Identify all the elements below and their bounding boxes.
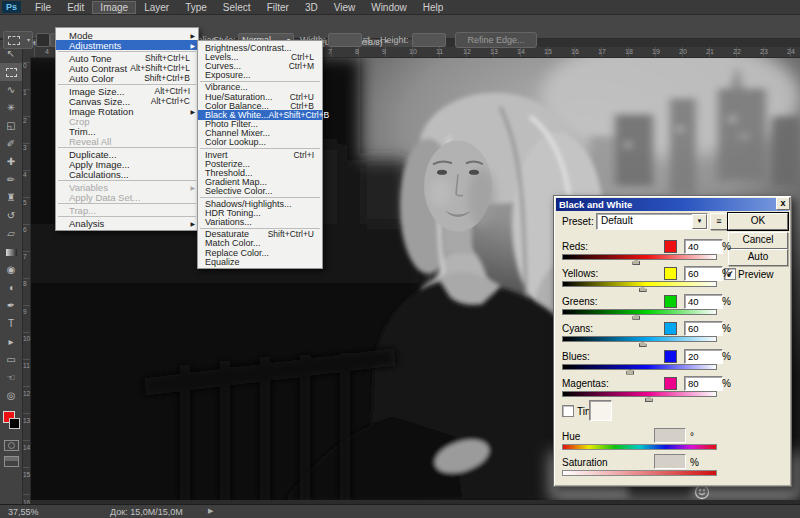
cyans-value-input[interactable]: 60 bbox=[684, 321, 723, 336]
reds-value-input[interactable]: 40 bbox=[684, 239, 723, 254]
menu-help[interactable]: Help bbox=[415, 1, 452, 14]
image-menu-item-apply-data-set[interactable]: Apply Data Set... bbox=[56, 192, 198, 202]
lasso-tool[interactable]: ∿ bbox=[0, 81, 22, 99]
saturation-gradient-bar bbox=[562, 470, 717, 476]
image-menu-item-auto-color[interactable]: Auto ColorShift+Ctrl+B bbox=[56, 73, 198, 83]
menu-filter[interactable]: Filter bbox=[259, 1, 297, 14]
magentas-label: Magentas: bbox=[562, 378, 609, 389]
clone-stamp-tool[interactable]: ♜ bbox=[0, 189, 22, 207]
tint-checkbox[interactable] bbox=[562, 405, 574, 417]
adjustments-menu-item-selective-color[interactable]: Selective Color... bbox=[198, 187, 322, 196]
cyans-slider-thumb[interactable] bbox=[639, 341, 647, 347]
adjustments-menu-item-variations[interactable]: Variations... bbox=[198, 217, 322, 226]
yellows-slider-track[interactable] bbox=[562, 281, 717, 287]
refine-edge-button[interactable]: Refine Edge... bbox=[455, 32, 537, 48]
reds-color-swatch[interactable] bbox=[664, 240, 677, 253]
eraser-tool[interactable]: ▱ bbox=[0, 225, 22, 243]
image-menu-item-trap[interactable]: Trap... bbox=[56, 205, 198, 215]
zoom-tool[interactable]: ◎ bbox=[0, 387, 22, 405]
quick-selection-tool[interactable]: ✳ bbox=[0, 99, 22, 117]
blues-slider-thumb[interactable] bbox=[626, 369, 634, 375]
healing-brush-tool[interactable]: ✚ bbox=[0, 153, 22, 171]
crop-tool[interactable]: ◱ bbox=[0, 117, 22, 135]
new-selection-button[interactable] bbox=[36, 33, 50, 47]
menu-view[interactable]: View bbox=[326, 1, 364, 14]
magentas-slider-thumb[interactable] bbox=[645, 396, 653, 402]
eyedropper-tool[interactable]: ✐ bbox=[0, 135, 22, 153]
blues-slider-track[interactable] bbox=[562, 364, 717, 370]
cyans-slider-track[interactable] bbox=[562, 336, 717, 342]
image-menu-item-apply-image[interactable]: Apply Image... bbox=[56, 159, 198, 169]
image-menu-item-auto-tone[interactable]: Auto ToneShift+Ctrl+L bbox=[56, 53, 198, 63]
yellows-color-swatch[interactable] bbox=[664, 267, 677, 280]
image-menu-item-duplicate[interactable]: Duplicate... bbox=[56, 149, 198, 159]
image-menu-item-analysis[interactable]: Analysis▶ bbox=[56, 218, 198, 228]
image-menu-item-image-rotation[interactable]: Image Rotation▶ bbox=[56, 106, 198, 116]
menu-select[interactable]: Select bbox=[215, 1, 259, 14]
screen-mode-button[interactable] bbox=[4, 456, 19, 467]
blur-tool[interactable]: ◉ bbox=[0, 261, 22, 279]
image-menu-item-variables[interactable]: Variables▶ bbox=[56, 182, 198, 192]
pen-tool[interactable]: ✒ bbox=[0, 297, 22, 315]
brush-tool[interactable]: ✏ bbox=[0, 171, 22, 189]
menu-type[interactable]: Type bbox=[177, 1, 215, 14]
menu-layer[interactable]: Layer bbox=[136, 1, 177, 14]
magentas-color-swatch[interactable] bbox=[664, 377, 677, 390]
menu-item-label: Variations... bbox=[198, 217, 314, 227]
image-menu-item-adjustments[interactable]: Adjustments▶ bbox=[56, 40, 198, 50]
menu-file[interactable]: File bbox=[27, 1, 59, 14]
hand-tool[interactable]: ☜ bbox=[0, 369, 22, 387]
ruler-number: 16 bbox=[571, 48, 579, 55]
image-menu-item-auto-contrast[interactable]: Auto ContrastAlt+Shift+Ctrl+L bbox=[56, 63, 198, 73]
height-input[interactable] bbox=[412, 33, 446, 47]
greens-value-input[interactable]: 40 bbox=[684, 294, 723, 309]
reds-slider-track[interactable] bbox=[562, 254, 717, 260]
quick-mask-button[interactable] bbox=[4, 440, 19, 451]
shape-tool[interactable]: ▭ bbox=[0, 351, 22, 369]
menu-edit[interactable]: Edit bbox=[59, 1, 92, 14]
image-menu-item-canvas-size[interactable]: Canvas Size...Alt+Ctrl+C bbox=[56, 96, 198, 106]
yellows-value-input[interactable]: 60 bbox=[684, 266, 723, 281]
image-menu-item-mode[interactable]: Mode▶ bbox=[56, 30, 198, 40]
image-menu-item-image-size[interactable]: Image Size...Alt+Ctrl+I bbox=[56, 86, 198, 96]
tool-preset-picker[interactable]: ▾ bbox=[3, 31, 33, 49]
status-menu-arrow-icon[interactable]: ▶ bbox=[208, 507, 213, 515]
greens-slider-track[interactable] bbox=[562, 309, 717, 315]
menu-image[interactable]: Image bbox=[92, 1, 136, 14]
image-menu-item-trim[interactable]: Trim... bbox=[56, 126, 198, 136]
type-tool[interactable]: T bbox=[0, 315, 22, 333]
background-color-swatch[interactable] bbox=[9, 418, 20, 429]
adjustments-menu-item-exposure[interactable]: Exposure... bbox=[198, 71, 322, 80]
gradient-tool[interactable] bbox=[0, 243, 22, 261]
blues-value-input[interactable]: 20 bbox=[684, 349, 723, 364]
magentas-value-input[interactable]: 80 bbox=[684, 376, 723, 391]
magentas-slider-track[interactable] bbox=[562, 391, 717, 397]
dodge-tool[interactable]: ◖ bbox=[0, 279, 22, 297]
reds-slider-thumb[interactable] bbox=[632, 259, 640, 265]
width-input[interactable] bbox=[328, 33, 362, 47]
image-menu-item-reveal-all[interactable]: Reveal All bbox=[56, 136, 198, 146]
blur-tool-icon: ◉ bbox=[7, 264, 16, 275]
greens-slider-thumb[interactable] bbox=[632, 314, 640, 320]
menu-item-shortcut: Shift+Ctrl+B bbox=[144, 73, 198, 83]
blues-color-swatch[interactable] bbox=[664, 350, 677, 363]
rectangular-marquee-tool[interactable] bbox=[0, 63, 22, 81]
photoshop-logo-icon[interactable]: Ps bbox=[2, 1, 21, 13]
image-menu-item-crop[interactable]: Crop bbox=[56, 116, 198, 126]
menu-3d[interactable]: 3D bbox=[297, 1, 326, 14]
path-selection-tool[interactable]: ▸ bbox=[0, 333, 22, 351]
adjustments-menu-item-equalize[interactable]: Equalize bbox=[198, 257, 322, 266]
swap-dimensions-icon[interactable]: ⇄ bbox=[362, 34, 370, 45]
greens-color-swatch[interactable] bbox=[664, 295, 677, 308]
history-brush-tool[interactable]: ↺ bbox=[0, 207, 22, 225]
image-menu-item-calculations[interactable]: Calculations... bbox=[56, 169, 198, 179]
menu-window[interactable]: Window bbox=[363, 1, 415, 14]
zoom-level-field[interactable]: 37,55% bbox=[8, 507, 39, 517]
adjustments-menu-item-color-lookup[interactable]: Color Lookup... bbox=[198, 138, 322, 147]
document-size-status[interactable]: Док: 15,0M/15,0M bbox=[110, 507, 183, 517]
cyans-color-swatch[interactable] bbox=[664, 322, 677, 335]
ruler-number: 12 bbox=[23, 390, 30, 397]
yellows-slider-thumb[interactable] bbox=[639, 286, 647, 292]
tint-color-swatch[interactable] bbox=[589, 400, 612, 421]
brush-tool-icon: ✏ bbox=[7, 174, 15, 185]
